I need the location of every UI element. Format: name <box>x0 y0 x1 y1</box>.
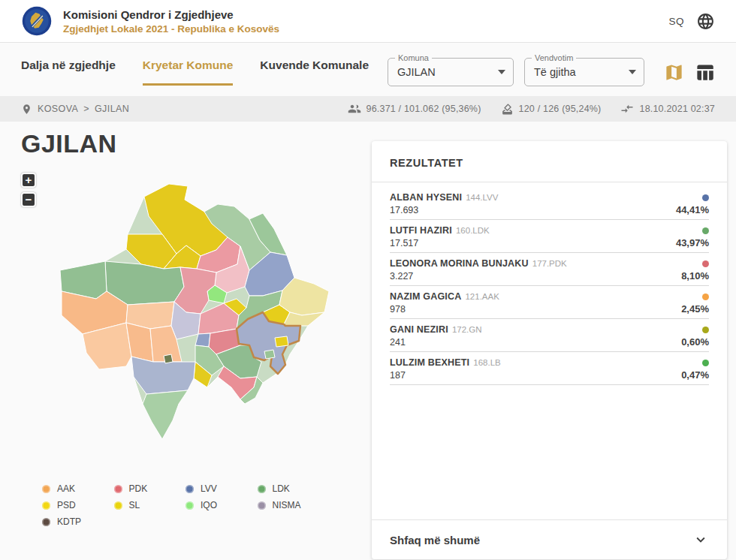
legend-item-iqo: IQO <box>186 500 258 510</box>
legend-item-nisma: NISMA <box>258 500 330 510</box>
kqz-logo <box>21 5 53 37</box>
candidate-votes: 3.227 <box>390 270 413 282</box>
party-color-dot <box>114 501 122 510</box>
party-color-dot <box>42 501 50 510</box>
candidate-name: LULZIM BEXHETI <box>390 357 469 369</box>
results-panel: REZULTATET ALBAN HYSENI144.LVV17.69344,4… <box>372 141 727 559</box>
globe-icon[interactable] <box>696 12 715 31</box>
ballot-box-icon <box>501 103 514 116</box>
dropdown-arrow-icon <box>498 70 505 74</box>
party-color-dot <box>186 501 194 510</box>
party-label: LVV <box>201 483 217 494</box>
map-region-dragash[interactable] <box>143 390 188 439</box>
compare-arrows-icon <box>620 102 634 116</box>
candidate-votes: 17.517 <box>390 237 418 249</box>
party-label: NISMA <box>273 500 301 510</box>
candidate-votes: 17.693 <box>390 204 418 216</box>
candidate-percent: 43,97% <box>676 237 709 249</box>
candidate-name: NAZIM GAGICA <box>390 291 461 303</box>
party-color-dot <box>42 485 50 493</box>
candidate-votes: 187 <box>390 369 406 381</box>
candidate-votes: 978 <box>390 303 406 315</box>
legend-item-lvv: LVV <box>186 483 258 494</box>
komuna-select-label: Komuna <box>395 53 432 63</box>
candidate-party-dot <box>702 294 709 300</box>
candidate-party-code: 172.GN <box>452 324 482 336</box>
breadcrumb[interactable]: KOSOVA > GJILAN <box>21 104 129 115</box>
stations-value: 120 / 126 (95,24%) <box>519 104 602 114</box>
breadcrumb-bar: KOSOVA > GJILAN 96.371 / 101.062 (95,36%… <box>0 96 736 122</box>
table-view-icon[interactable] <box>695 62 715 83</box>
candidate-row[interactable]: LULZIM BEXHETI168.LB1870,47% <box>390 352 709 385</box>
candidate-party-code: 168.LB <box>473 357 500 369</box>
language-code[interactable]: SQ <box>668 16 684 27</box>
party-color-dot <box>42 518 50 526</box>
vendvotim-select[interactable]: Vendvotim Të gjitha <box>524 58 644 86</box>
chevron-down-icon <box>692 531 709 548</box>
vendvotim-select-value: Të gjitha <box>534 66 576 78</box>
legend-item-pdk: PDK <box>114 483 186 494</box>
candidate-percent: 0,60% <box>681 336 709 348</box>
party-label: SL <box>129 500 140 510</box>
candidate-row[interactable]: GANI NEZIRI172.GN2410,60% <box>390 319 709 352</box>
legend-item-psd: PSD <box>42 500 114 510</box>
candidate-party-code: 160.LDK <box>456 225 490 236</box>
candidate-percent: 44,41% <box>676 204 709 216</box>
election-subtitle: Zgjedhjet Lokale 2021 - Republika e Koso… <box>63 23 279 35</box>
tab-kryetar-komune[interactable]: Kryetar Komune <box>143 59 234 86</box>
komuna-select[interactable]: Komuna GJILAN <box>388 58 514 86</box>
org-name: Komisioni Qendror i Zgjedhjeve <box>63 8 279 21</box>
candidate-party-code: 177.PDK <box>532 258 567 269</box>
map-region-partesh[interactable] <box>264 350 275 359</box>
results-title: REZULTATET <box>372 141 727 182</box>
party-color-dot <box>114 485 122 493</box>
komuna-select-value: GJILAN <box>397 66 436 78</box>
candidate-party-code: 144.LVV <box>466 192 498 203</box>
show-more-label: Shfaq më shumë <box>390 534 480 546</box>
party-label: LDK <box>273 483 290 494</box>
legend-item-sl: SL <box>114 500 186 510</box>
breadcrumb-root[interactable]: KOSOVA <box>38 104 78 114</box>
candidate-party-dot <box>702 360 709 366</box>
candidate-party-code: 121.AAK <box>465 291 499 303</box>
party-label: PSD <box>57 500 76 510</box>
voters-icon <box>348 102 361 116</box>
kosovo-municipalities-map[interactable] <box>15 165 345 465</box>
show-more-button[interactable]: Shfaq më shumë <box>372 519 727 559</box>
party-legend: AAKPDKLVVLDKPSDSLIQONISMAKDTP <box>42 483 329 527</box>
map-region-kllokot[interactable] <box>275 336 288 347</box>
breadcrumb-current: GJILAN <box>95 104 129 114</box>
candidate-percent: 2,45% <box>681 303 709 315</box>
tab-dalja-n-zgjedhje[interactable]: Dalja në zgjedhje <box>21 59 116 86</box>
tab-bar: Dalja në zgjedhjeKryetar KomuneKuvende K… <box>21 59 369 86</box>
vendvotim-select-label: Vendvotim <box>532 53 576 63</box>
party-label: PDK <box>129 483 148 494</box>
party-label: AAK <box>57 483 75 494</box>
candidate-name: LEONORA MORINA BUNJAKU <box>390 258 529 269</box>
zoom-out-button[interactable]: − <box>21 192 36 207</box>
party-color-dot <box>258 501 266 510</box>
toolbar-row: Dalja në zgjedhjeKryetar KomuneKuvende K… <box>0 53 736 91</box>
candidate-row[interactable]: NAZIM GAGICA121.AAK9782,45% <box>390 286 709 319</box>
candidate-percent: 0,47% <box>681 369 709 381</box>
candidate-name: ALBAN HYSENI <box>390 192 462 203</box>
updated-value: 18.10.2021 02:37 <box>639 104 715 114</box>
map-container: + − <box>0 165 360 465</box>
candidate-party-dot <box>702 194 709 201</box>
header-titles: Komisioni Qendror i Zgjedhjeve Zgjedhjet… <box>63 8 279 35</box>
candidate-list: ALBAN HYSENI144.LVV17.69344,41%LUTFI HAZ… <box>372 182 727 519</box>
party-color-dot <box>186 485 194 493</box>
party-label: KDTP <box>57 516 81 527</box>
tab-kuvende-komunale[interactable]: Kuvende Komunale <box>260 59 369 86</box>
map-region-mamusha[interactable] <box>164 354 173 363</box>
candidate-row[interactable]: LEONORA MORINA BUNJAKU177.PDK3.2278,10% <box>390 253 709 286</box>
turnout-stat: 96.371 / 101.062 (95,36%) <box>348 102 481 116</box>
candidate-name: GANI NEZIRI <box>390 324 448 336</box>
dropdown-arrow-icon <box>629 70 636 74</box>
zoom-in-button[interactable]: + <box>21 173 36 188</box>
map-view-icon[interactable] <box>664 62 684 83</box>
candidate-row[interactable]: ALBAN HYSENI144.LVV17.69344,41% <box>390 187 709 220</box>
candidate-row[interactable]: LUTFI HAZIRI160.LDK17.51743,97% <box>390 220 709 253</box>
party-label: IQO <box>201 500 217 510</box>
candidate-percent: 8,10% <box>681 270 709 282</box>
